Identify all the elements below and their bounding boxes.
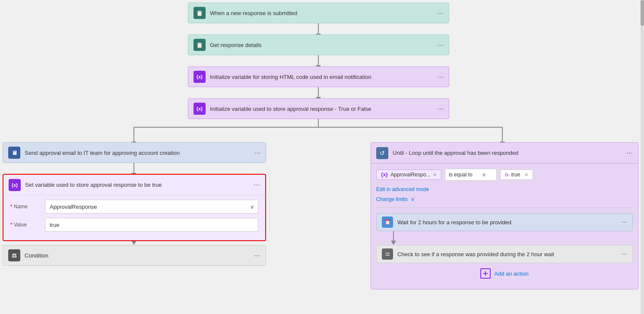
add-action-icon bbox=[480, 268, 491, 279]
change-limits-row: Change limits ∨ bbox=[376, 196, 633, 202]
check-node[interactable]: ⚖ Check to see if a response was provide… bbox=[376, 245, 633, 263]
init-var2-icon: {x} bbox=[194, 103, 206, 115]
operator-text: is equal to bbox=[449, 172, 473, 178]
true-value: true bbox=[511, 172, 520, 178]
until-header[interactable]: ↺ Until - Loop until the approval has be… bbox=[371, 143, 638, 163]
wait-label: Wait for 2 hours for a response to be pr… bbox=[397, 219, 618, 226]
set-var-icon: {x} bbox=[9, 179, 21, 191]
divider bbox=[376, 207, 633, 208]
condition-label: Condition bbox=[25, 252, 251, 259]
until-label: Until - Loop until the approval has been… bbox=[393, 150, 623, 156]
wait-menu[interactable]: ··· bbox=[622, 218, 627, 226]
condition-node[interactable]: ⚖ Condition ··· bbox=[3, 245, 266, 266]
check-label: Check to see if a response was provided … bbox=[397, 251, 618, 257]
edit-advanced-row: Edit in advanced mode bbox=[376, 186, 633, 192]
name-dropdown-arrow: ∨ bbox=[250, 204, 254, 210]
until-body: {x} ApprovalRespo... ✕ is equal to ∨ fx … bbox=[371, 163, 638, 289]
set-var-node[interactable]: {x} Set variable used to store approval … bbox=[3, 174, 266, 241]
approval-response-pill[interactable]: {x} ApprovalRespo... ✕ bbox=[376, 170, 441, 180]
pill-text: ApprovalRespo... bbox=[390, 172, 430, 178]
name-input[interactable]: ApprovalResponse ∨ bbox=[45, 200, 258, 214]
name-field-row: * Name ApprovalResponse ∨ bbox=[10, 200, 258, 214]
until-menu[interactable]: ··· bbox=[626, 148, 633, 157]
send-email-menu[interactable]: ··· bbox=[254, 148, 260, 157]
init-var2-menu[interactable]: ··· bbox=[437, 104, 444, 113]
wait-to-check-arrow bbox=[376, 231, 633, 245]
condition-menu[interactable]: ··· bbox=[254, 251, 260, 260]
pill-icon: {x} bbox=[381, 172, 388, 178]
init-var2-node[interactable]: {x} Initialize variable used to store ap… bbox=[188, 98, 449, 119]
set-var-label: Set variable used to store approval resp… bbox=[25, 182, 250, 188]
get-response-icon: 📋 bbox=[194, 39, 206, 51]
scrollbar[interactable] bbox=[641, 0, 644, 314]
init-var1-menu[interactable]: ··· bbox=[437, 72, 444, 82]
get-response-node[interactable]: 📋 Get response details ··· bbox=[188, 35, 449, 55]
flow-canvas: 📋 When a new response is submitted ··· 📋… bbox=[0, 0, 644, 314]
init-var1-label: Initialize variable for storing HTML cod… bbox=[210, 74, 434, 80]
send-email-node[interactable]: 🖥 Send approval email to IT team for app… bbox=[3, 142, 266, 163]
trigger-icon: 📋 bbox=[194, 7, 206, 19]
value-input[interactable]: true bbox=[45, 218, 258, 232]
name-value: ApprovalResponse bbox=[50, 204, 97, 210]
get-response-label: Get response details bbox=[210, 42, 434, 48]
edit-advanced-link[interactable]: Edit in advanced mode bbox=[376, 186, 429, 192]
change-limits-link[interactable]: Change limits ∨ bbox=[376, 196, 415, 202]
true-pill[interactable]: fx true ✕ bbox=[500, 170, 533, 180]
scrollbar-thumb[interactable] bbox=[641, 0, 644, 26]
value-label: * Value bbox=[10, 222, 45, 228]
change-limits-chevron: ∨ bbox=[411, 196, 415, 202]
condition-row: {x} ApprovalRespo... ✕ is equal to ∨ fx … bbox=[376, 169, 633, 181]
name-label: * Name bbox=[10, 204, 45, 210]
wait-node[interactable]: ⏰ Wait for 2 hours for a response to be … bbox=[376, 213, 633, 231]
value-val: true bbox=[50, 222, 59, 228]
add-action-row[interactable]: Add an action bbox=[376, 263, 633, 284]
init-var1-node[interactable]: {x} Initialize variable for storing HTML… bbox=[188, 66, 449, 87]
send-email-label: Send approval email to IT team for appro… bbox=[25, 150, 251, 156]
check-icon: ⚖ bbox=[382, 248, 393, 260]
value-field-row: * Value true bbox=[10, 218, 258, 232]
condition-icon: ⚖ bbox=[8, 249, 20, 261]
fx-icon: fx bbox=[505, 172, 509, 177]
svg-marker-20 bbox=[391, 241, 396, 245]
until-icon: ↺ bbox=[376, 147, 388, 159]
trigger-label: When a new response is submitted bbox=[210, 10, 434, 16]
svg-marker-16 bbox=[131, 241, 136, 245]
change-limits-text: Change limits bbox=[376, 196, 408, 202]
send-email-icon: 🖥 bbox=[8, 147, 20, 159]
true-close[interactable]: ✕ bbox=[524, 172, 528, 178]
set-var-menu[interactable]: ··· bbox=[254, 180, 260, 189]
trigger-menu[interactable]: ··· bbox=[437, 9, 444, 18]
add-action-label[interactable]: Add an action bbox=[494, 270, 529, 277]
trigger-node[interactable]: 📋 When a new response is submitted ··· bbox=[188, 3, 449, 23]
wait-icon: ⏰ bbox=[382, 217, 393, 228]
pill-close[interactable]: ✕ bbox=[433, 172, 437, 178]
init-var1-icon: {x} bbox=[194, 71, 206, 83]
operator-chevron: ∨ bbox=[482, 172, 486, 178]
set-var-body: * Name ApprovalResponse ∨ * Value true bbox=[3, 195, 265, 240]
set-var-header[interactable]: {x} Set variable used to store approval … bbox=[3, 175, 265, 195]
check-menu[interactable]: ··· bbox=[622, 250, 627, 258]
init-var2-label: Initialize variable used to store approv… bbox=[210, 106, 434, 112]
until-loop-box: ↺ Until - Loop until the approval has be… bbox=[371, 142, 638, 289]
operator-select[interactable]: is equal to ∨ bbox=[445, 169, 497, 181]
get-response-menu[interactable]: ··· bbox=[437, 41, 444, 50]
plus-icon bbox=[482, 270, 489, 276]
